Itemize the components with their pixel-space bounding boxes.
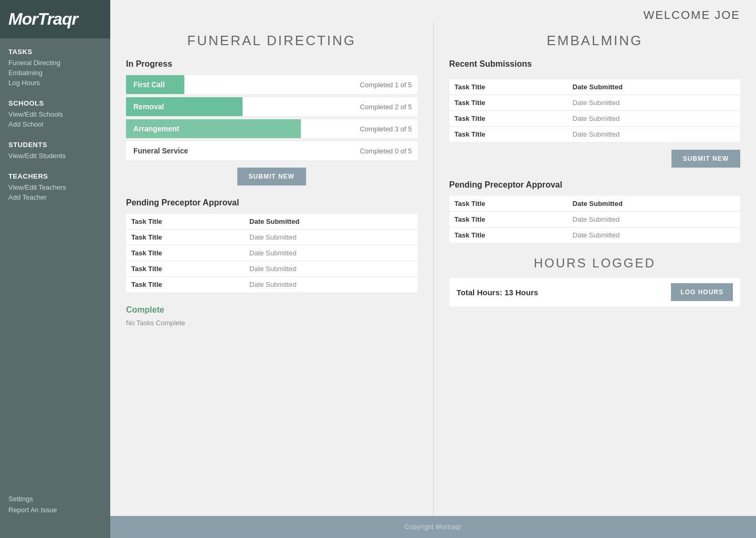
sidebar-item-funeral-directing[interactable]: Funeral Directing [8, 58, 102, 68]
recent-submissions-label: Recent Submissions [449, 59, 532, 69]
funeral-directing-title: FUNERAL DIRECTING [126, 33, 417, 49]
date-submitted-cell: Date Submitted [568, 95, 740, 111]
date-submitted-cell: Date Submitted [568, 127, 740, 142]
footer: Copyright Mortraqr [110, 516, 756, 538]
table-row: Task TitleDate Submitted [126, 277, 417, 293]
table-row: Task TitleDate Submitted [126, 245, 417, 261]
table-row: Task TitleDate Submitted [449, 212, 741, 227]
date-submitted-cell: Date Submitted [244, 245, 417, 261]
table-row: Task TitleDate Submitted [449, 95, 741, 111]
total-hours-text: Total Hours: 13 Hours [457, 288, 671, 297]
app-logo: MorTraqr [0, 0, 110, 38]
embalming-recent-table: Task TitleDate SubmittedTask TitleDate S… [449, 79, 741, 142]
task-title-cell: Task Title [126, 245, 244, 261]
embalming-panel: EMBALMING Recent Submissions Task TitleD… [434, 22, 757, 516]
complete-label: Complete [126, 305, 417, 315]
first-call-progress: Completed 1 of 5 [360, 81, 417, 89]
log-hours-button[interactable]: LOG HOURS [671, 283, 733, 301]
table-row: Task TitleDate Submitted [126, 230, 417, 245]
table-row: Task TitleDate Submitted [449, 127, 741, 142]
emb-pending-col2: Date Submitted [568, 196, 740, 212]
date-submitted-cell: Date Submitted [244, 261, 417, 277]
students-section-label: STUDENTS [8, 141, 102, 149]
task-title-cell: Task Title [449, 227, 568, 243]
no-tasks-text: No Tasks Complete [126, 319, 417, 327]
removal-bar: Removal [126, 97, 243, 116]
emb-pending-label: Pending Preceptor Approval [449, 180, 741, 190]
date-submitted-cell: Date Submitted [244, 230, 417, 245]
sidebar-item-add-teacher[interactable]: Add Teacher [8, 192, 102, 202]
task-title-cell: Task Title [126, 277, 244, 293]
date-submitted-cell: Date Submitted [568, 227, 740, 243]
funeral-service-label: Funeral Service [126, 141, 188, 160]
fd-pending-label: Pending Preceptor Approval [126, 198, 417, 208]
sidebar-report-link[interactable]: Report An Issue [8, 506, 57, 514]
funeral-directing-submit-button[interactable]: SUBMIT NEW [237, 168, 306, 185]
emb-pending-col1: Task Title [449, 196, 568, 212]
embalming-title: EMBALMING [449, 33, 741, 49]
fd-pending-table: Task TitleDate SubmittedTask TitleDate S… [126, 214, 417, 293]
table-row: Task TitleDate Submitted [449, 227, 741, 243]
table-row: Task TitleDate Submitted [449, 111, 741, 127]
hours-row: Total Hours: 13 Hours LOG HOURS [449, 278, 741, 306]
in-progress-label: In Progress [126, 59, 417, 69]
table-row: Funeral Service Completed 0 of 5 [126, 141, 417, 160]
date-submitted-cell: Date Submitted [568, 212, 740, 227]
funeral-service-progress: Completed 0 of 5 [360, 147, 417, 155]
sidebar-item-add-school[interactable]: Add School [8, 119, 102, 129]
emb-pending-table: Task TitleDate SubmittedTask TitleDate S… [449, 196, 741, 243]
sidebar-item-view-edit-teachers[interactable]: View/Edit Teachers [8, 182, 102, 192]
schools-section-label: SCHOOLS [8, 99, 102, 107]
fd-pending-col2: Date Submitted [244, 214, 417, 230]
embalming-submit-button[interactable]: SUBMIT NEW [671, 150, 740, 168]
emb-recent-col1: Task Title [449, 79, 568, 95]
table-row: First Call Completed 1 of 5 [126, 75, 417, 94]
date-submitted-cell: Date Submitted [568, 111, 740, 127]
task-title-cell: Task Title [126, 230, 244, 245]
arrangement-bar: Arrangement [126, 119, 301, 138]
sidebar-item-log-hours[interactable]: Log Hours [8, 78, 102, 88]
task-title-cell: Task Title [126, 261, 244, 277]
table-row: Removal Completed 2 of 5 [126, 97, 417, 116]
table-row: Arrangement Completed 3 of 5 [126, 119, 417, 138]
table-row: Task TitleDate Submitted [126, 261, 417, 277]
task-title-cell: Task Title [449, 111, 568, 127]
copyright-text: Copyright Mortraqr [404, 523, 461, 531]
first-call-bar: First Call [126, 75, 184, 94]
arrangement-progress: Completed 3 of 5 [360, 125, 417, 133]
emb-recent-col2: Date Submitted [568, 79, 740, 95]
sidebar-item-embalming[interactable]: Embalming [8, 68, 102, 78]
date-submitted-cell: Date Submitted [244, 277, 417, 293]
welcome-message: WELCOME JOE [110, 0, 756, 22]
task-title-cell: Task Title [449, 127, 568, 142]
hours-logged-title: HOURS LOGGED [449, 256, 741, 271]
sidebar-settings-link[interactable]: Settings [8, 495, 57, 503]
teachers-section-label: TEACHERS [8, 172, 102, 180]
funeral-directing-panel: FUNERAL DIRECTING In Progress First Call… [110, 22, 433, 516]
task-title-cell: Task Title [449, 212, 568, 227]
removal-progress: Completed 2 of 5 [360, 103, 417, 111]
tasks-section-label: TASKS [8, 48, 102, 56]
task-title-cell: Task Title [449, 95, 568, 111]
sidebar-item-view-edit-students[interactable]: View/Edit Students [8, 151, 102, 161]
fd-pending-col1: Task Title [126, 214, 244, 230]
sidebar-item-view-edit-schools[interactable]: View/Edit Schools [8, 109, 102, 119]
